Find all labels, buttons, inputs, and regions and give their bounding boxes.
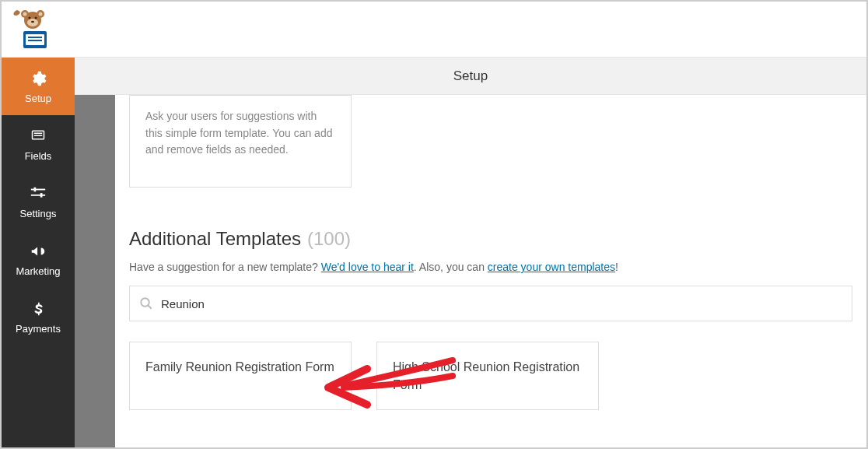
svg-point-4 [39, 12, 43, 16]
sidebar-item-label: Fields [25, 150, 52, 162]
svg-point-3 [23, 12, 27, 16]
sidebar-item-label: Payments [16, 323, 61, 335]
suggestion-mid: . Also, you can [414, 261, 488, 273]
sidebar-item-marketing[interactable]: Marketing [2, 230, 75, 288]
svg-rect-16 [31, 188, 45, 190]
page-title-bar: Setup [75, 58, 866, 95]
wpforms-logo-icon [8, 8, 54, 51]
svg-rect-12 [28, 40, 42, 41]
svg-rect-11 [28, 37, 42, 38]
main-content: Ask your users for suggestions with this… [115, 95, 866, 447]
sidebar-item-label: Setup [25, 93, 51, 104]
svg-point-20 [141, 298, 149, 307]
svg-point-7 [35, 16, 37, 19]
logo-bar [2, 2, 866, 58]
template-results: Family Reunion Registration Form High Sc… [129, 342, 852, 410]
svg-rect-18 [34, 187, 37, 191]
sidebar-item-label: Marketing [16, 265, 60, 277]
svg-rect-19 [40, 193, 43, 198]
template-suggestion-line: Have a suggestion for a new template? We… [129, 261, 852, 273]
sidebar: Setup Fields Settings Marketing Payments [2, 58, 75, 447]
sidebar-item-payments[interactable]: Payments [2, 288, 75, 346]
svg-rect-17 [31, 194, 45, 195]
suggestion-link-create[interactable]: create your own templates [488, 261, 615, 273]
sidebar-item-fields[interactable]: Fields [2, 115, 75, 173]
template-card-high-school-reunion[interactable]: High School Reunion Registration Form [376, 342, 599, 410]
svg-rect-15 [34, 135, 43, 136]
page-title: Setup [453, 68, 488, 84]
sidebar-item-label: Settings [20, 208, 57, 219]
template-search-box[interactable] [129, 286, 852, 321]
search-icon [139, 296, 153, 310]
template-card-title: Family Reunion Registration Form [145, 358, 335, 376]
suggestion-post: ! [615, 261, 618, 273]
template-description-text: Ask your users for suggestions with this… [145, 108, 335, 159]
dollar-icon [29, 300, 47, 318]
svg-point-8 [31, 20, 34, 23]
svg-rect-14 [34, 132, 43, 134]
template-card-title: High School Reunion Registration Form [393, 358, 583, 394]
list-icon [29, 127, 47, 146]
sidebar-item-settings[interactable]: Settings [2, 173, 75, 230]
suggestion-pre: Have a suggestion for a new template? [129, 261, 321, 273]
template-description-card: Ask your users for suggestions with this… [129, 95, 352, 188]
heading-count: (100) [307, 228, 351, 250]
suggestion-link-hear[interactable]: We'd love to hear it [321, 261, 414, 273]
additional-templates-heading: Additional Templates (100) [129, 228, 852, 250]
gear-icon [29, 69, 47, 88]
heading-label: Additional Templates [129, 228, 301, 250]
template-search-input[interactable] [161, 297, 842, 310]
sliders-icon [29, 184, 47, 203]
template-card-family-reunion[interactable]: Family Reunion Registration Form [129, 342, 352, 410]
main-dark-margin [75, 95, 115, 447]
sidebar-item-setup[interactable]: Setup [2, 58, 75, 115]
bullhorn-icon [29, 242, 47, 261]
svg-point-6 [29, 16, 31, 19]
svg-line-21 [148, 305, 152, 309]
